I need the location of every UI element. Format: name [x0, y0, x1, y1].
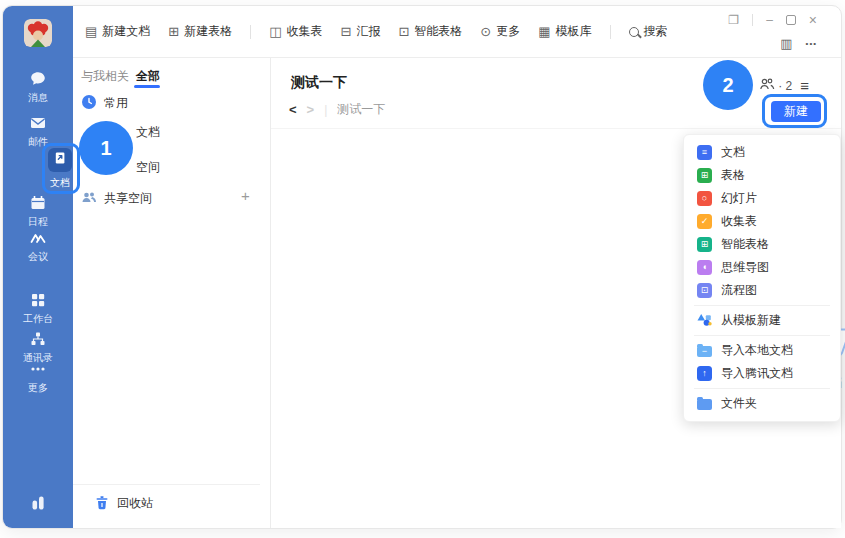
close-button[interactable]: ×	[809, 12, 817, 28]
import-tencent-docs-icon: ↑	[697, 366, 712, 381]
forward-arrow[interactable]: >	[307, 102, 315, 117]
meeting-icon	[3, 229, 73, 247]
slides-icon: ○	[697, 191, 712, 206]
bar-chart-icon	[3, 492, 73, 510]
list-item-shared-space[interactable]: 共享空间	[81, 189, 152, 208]
template-library-icon: ▦	[538, 24, 550, 39]
menu-divider	[694, 305, 830, 306]
header-actions: · 2 ≡	[759, 76, 809, 95]
collect-form-button[interactable]: ◫ 收集表	[269, 23, 322, 40]
app-window: 消息 邮件 文档 日程 会议	[2, 5, 842, 529]
popout-icon[interactable]: ❐	[728, 13, 739, 27]
sidebar-item-calendar[interactable]: 日程	[3, 194, 73, 229]
doc-icon: ≡	[697, 145, 712, 160]
step1-highlight-box	[42, 143, 80, 194]
sidebar-item-workbench[interactable]: 工作台	[3, 291, 73, 326]
smart-sheet-icon: ⊞	[697, 237, 712, 252]
import-local-icon: −	[697, 346, 712, 357]
menu-divider	[694, 388, 830, 389]
window-controls: ❐ – ×	[728, 12, 817, 28]
active-tab-underline	[134, 85, 160, 88]
menu-item-smart-sheet[interactable]: ⊞ 智能表格	[684, 233, 840, 256]
header-divider	[271, 128, 841, 129]
new-doc-icon: ▤	[85, 24, 97, 39]
sidebar-stats[interactable]	[3, 492, 73, 510]
menu-divider	[694, 335, 830, 336]
sidebar-item-messages[interactable]: 消息	[3, 70, 73, 105]
report-icon: ⊟	[341, 24, 352, 39]
back-arrow[interactable]: <	[289, 102, 297, 117]
minimize-button[interactable]: –	[766, 13, 773, 27]
breadcrumb-separator: |	[324, 103, 327, 117]
menu-item-sheet[interactable]: ⊞ 表格	[684, 164, 840, 187]
members-icon	[759, 76, 775, 95]
new-doc-button[interactable]: ▤ 新建文档	[85, 23, 150, 40]
new-dropdown-menu: ≡ 文档 ⊞ 表格 ○ 幻灯片 ✓ 收集表 ⊞ 智能表格 ◖ 思维导图 ⊡ 流程…	[683, 134, 841, 422]
menu-item-doc[interactable]: ≡ 文档	[684, 141, 840, 164]
grid-icon	[3, 291, 73, 309]
list-item-my-docs[interactable]: 文档	[136, 124, 160, 141]
recycle-bin[interactable]: 回收站	[94, 494, 153, 513]
flowchart-icon: ⊡	[697, 283, 712, 298]
new-sheet-button[interactable]: ⊞ 新建表格	[168, 23, 232, 40]
search-button[interactable]: 搜索	[629, 23, 668, 40]
menu-item-flowchart[interactable]: ⊡ 流程图	[684, 279, 840, 302]
folder-icon	[697, 399, 712, 410]
step1-badge: 1	[79, 121, 133, 175]
collect-form-icon: ◫	[269, 24, 281, 39]
calendar-icon	[3, 194, 73, 212]
toolbar: ▤ 新建文档 ⊞ 新建表格 ◫ 收集表 ⊟ 汇报 ⊡ 智能表格 ⊙ 更多 ▦ 模…	[73, 6, 841, 58]
menu-item-slides[interactable]: ○ 幻灯片	[684, 187, 840, 210]
avatar[interactable]	[24, 19, 52, 47]
list-item-space[interactable]: 空间	[136, 159, 160, 176]
template-shapes-icon	[697, 312, 712, 330]
mindmap-icon: ◖	[697, 260, 712, 275]
tab-all[interactable]: 全部	[136, 68, 160, 85]
panel-toggle-icon[interactable]: ▥	[780, 36, 792, 51]
step2-highlight-box	[762, 94, 827, 128]
template-library-button[interactable]: ▦ 模板库	[538, 23, 591, 40]
mail-icon	[3, 114, 73, 132]
menu-item-collect-form[interactable]: ✓ 收集表	[684, 210, 840, 233]
menu-item-mindmap[interactable]: ◖ 思维导图	[684, 256, 840, 279]
more-circle-icon: ⊙	[480, 24, 491, 39]
people-icon	[81, 189, 97, 208]
ellipsis-icon	[3, 360, 73, 378]
toolbar-divider	[610, 25, 611, 39]
toolbar-right: ▥ •••	[780, 36, 817, 51]
smart-sheet-button[interactable]: ⊡ 智能表格	[398, 23, 462, 40]
clock-icon	[81, 94, 97, 113]
list-menu-icon[interactable]: ≡	[800, 77, 809, 94]
new-sheet-icon: ⊞	[168, 24, 179, 39]
breadcrumb: < > | 测试一下	[289, 101, 385, 118]
sidebar: 消息 邮件 文档 日程 会议	[3, 6, 73, 528]
menu-item-import-tencent-docs[interactable]: ↑ 导入腾讯文档	[684, 362, 840, 385]
sidebar-item-meeting[interactable]: 会议	[3, 229, 73, 264]
more-tools-button[interactable]: ⊙ 更多	[480, 23, 520, 40]
collect-form-icon: ✓	[697, 214, 712, 229]
report-button[interactable]: ⊟ 汇报	[341, 23, 381, 40]
more-actions-icon[interactable]: •••	[806, 39, 817, 48]
chat-bubble-icon	[3, 70, 73, 88]
trash-icon	[94, 494, 110, 513]
menu-item-import-local[interactable]: − 导入本地文档	[684, 339, 840, 362]
controls-divider	[752, 14, 753, 26]
add-space-button[interactable]: +	[241, 187, 250, 204]
menu-item-folder[interactable]: 文件夹	[684, 392, 840, 415]
toolbar-divider	[250, 25, 251, 39]
org-chart-icon	[3, 330, 73, 348]
panel-divider	[73, 484, 260, 485]
sidebar-item-more[interactable]: 更多	[3, 360, 73, 395]
breadcrumb-item[interactable]: 测试一下	[337, 101, 385, 118]
step2-badge: 2	[703, 60, 753, 110]
member-count[interactable]: · 2	[759, 76, 792, 95]
sheet-icon: ⊞	[697, 168, 712, 183]
list-item-frequent[interactable]: 常用	[81, 94, 128, 113]
page-title: 测试一下	[291, 74, 347, 92]
menu-item-from-template[interactable]: 从模板新建	[684, 309, 840, 332]
smart-sheet-icon: ⊡	[398, 24, 409, 39]
tab-related-to-me[interactable]: 与我相关	[81, 68, 129, 85]
search-icon	[629, 27, 639, 37]
maximize-button[interactable]	[786, 15, 796, 25]
